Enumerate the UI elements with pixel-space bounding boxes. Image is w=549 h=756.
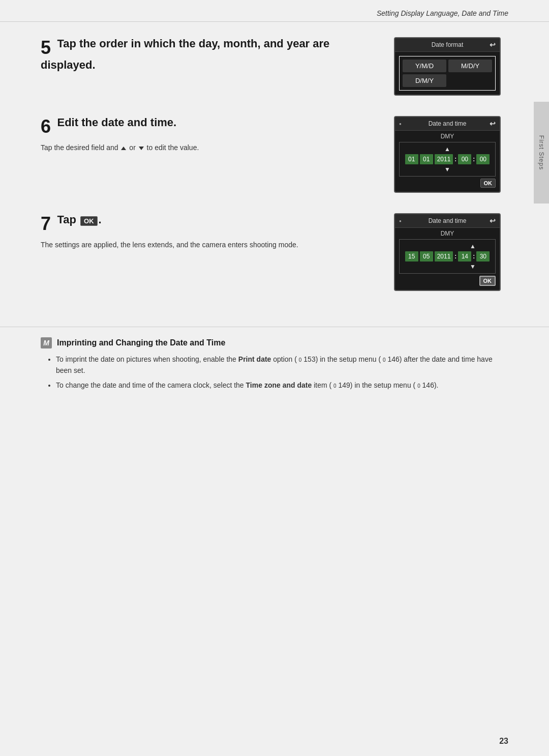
step-6-left: 6 Edit the date and time. Tap the desire…: [41, 116, 371, 153]
step-6-fields-wrap: ▲ 01 01 2011 : 00 : 00: [399, 142, 496, 177]
step-7-camera-screen: ● Date and time ↩ DMY ▲ 15 05: [394, 213, 501, 291]
step-7-hour-field[interactable]: 14: [458, 251, 471, 261]
step-6-down-row: ▼: [402, 166, 493, 173]
step-5-camera-screen: Date format ↩ Y/M/D M/D/Y D/M/Y: [394, 37, 501, 96]
step-7-minute-field[interactable]: 30: [476, 251, 490, 261]
date-format-options: Y/M/D M/D/Y D/M/Y: [399, 56, 496, 91]
step-7-title-block: 7 Tap OK.: [41, 213, 371, 235]
step-7-up-row: ▲: [402, 243, 493, 250]
step-5-screen-header: Date format ↩: [395, 38, 500, 52]
step-7-ok-row: OK: [399, 276, 496, 286]
note-section: M Imprinting and Changing the Date and T…: [0, 327, 549, 404]
step-6-description: Tap the desired field and or to edit the…: [41, 142, 371, 153]
note-bullet-2-text-before: To change the date and time of the camer…: [56, 381, 246, 389]
step-7-screen-body: DMY ▲ 15 05 2011 : 14 :: [395, 228, 500, 290]
step-7-screen-header: ● Date and time ↩: [395, 214, 500, 228]
step-7-screen-title: Date and time: [429, 217, 467, 224]
step-6-values-row: 01 01 2011 : 00 : 00: [402, 154, 493, 164]
date-format-ymd[interactable]: Y/M/D: [403, 60, 446, 72]
note-title: Imprinting and Changing the Date and Tim…: [57, 338, 225, 347]
header-title: Setting Display Language, Date and Time: [377, 9, 508, 17]
step-6-screen-title: Date and time: [429, 120, 467, 127]
step-6-month-field[interactable]: 01: [420, 154, 433, 164]
note-bullet-1-text-before: To imprint the date on pictures when sho…: [56, 355, 238, 363]
page-container: Setting Display Language, Date and Time …: [0, 0, 549, 756]
step-7-title-text: Tap OK.: [57, 213, 101, 226]
step-6-title: Edit the date and time.: [57, 116, 176, 129]
step-6-down-arrow[interactable]: ▼: [440, 166, 454, 173]
up-arrow-icon: [121, 147, 126, 150]
step-5-title: Tap the order in which the day, month, a…: [41, 37, 329, 71]
step-6-format-label: DMY: [399, 133, 496, 140]
step-5-left: 5 Tap the order in which the day, month,…: [41, 37, 371, 77]
note-header: M Imprinting and Changing the Date and T…: [41, 337, 508, 348]
step-7-day-field[interactable]: 15: [405, 251, 418, 261]
step-6-ok-button[interactable]: OK: [480, 179, 496, 188]
page-number: 23: [499, 737, 508, 746]
step-7-period: .: [99, 213, 102, 226]
step-5-screen-title: Date format: [432, 41, 464, 48]
step-6-minute-field[interactable]: 00: [476, 154, 490, 164]
note-icon-label: M: [43, 339, 49, 347]
step-6-separator: :: [454, 156, 456, 163]
step-5-screen-body: Y/M/D M/D/Y D/M/Y: [395, 52, 500, 95]
step-7-separator2: :: [473, 253, 475, 260]
note-ref-num-3: 149) in the setup menu (: [338, 381, 415, 389]
page-header: Setting Display Language, Date and Time: [0, 0, 549, 22]
note-icon: M: [41, 337, 52, 348]
step-7-row: 7 Tap OK. The settings are applied, the …: [41, 213, 508, 291]
step-7-separator: :: [454, 253, 456, 260]
step-5-back-icon[interactable]: ↩: [490, 41, 496, 49]
step-7-ok-badge: OK: [80, 216, 98, 226]
step-5-row: 5 Tap the order in which the day, month,…: [41, 37, 508, 96]
step-6-day-field[interactable]: 01: [405, 154, 418, 164]
step-5-number: 5: [41, 37, 51, 59]
step-6-title-block: 6 Edit the date and time.: [41, 116, 371, 137]
step-7-ok-button[interactable]: OK: [479, 276, 496, 286]
down-arrow-icon: [139, 147, 144, 150]
step-7-up-arrow[interactable]: ▲: [466, 243, 480, 250]
note-ref-icon-2: 0: [383, 357, 386, 363]
note-ref-icon-4: 0: [417, 383, 420, 389]
note-list: To imprint the date on pictures when sho…: [41, 354, 508, 391]
step-6-camera-screen: ● Date and time ↩ DMY ▲ 01 01: [394, 116, 501, 193]
step-6-up-row: ▲: [402, 146, 493, 153]
step-6-year-field[interactable]: 2011: [435, 154, 453, 164]
content-area: 5 Tap the order in which the day, month,…: [0, 22, 549, 327]
step-6-screen-body: DMY ▲ 01 01 2011 : 00 :: [395, 131, 500, 192]
note-ref-num-1: 153) in the setup menu (: [303, 355, 381, 363]
note-bullet-2-bold: Time zone and date: [246, 381, 312, 389]
step-7-format-label: DMY: [399, 230, 496, 237]
note-ref-icon-3: 0: [333, 383, 337, 389]
date-format-dmy[interactable]: D/M/Y: [403, 74, 446, 87]
sidebar-tab: First Steps: [534, 102, 549, 203]
step-7-month-field[interactable]: 05: [420, 251, 433, 261]
step-7-screen: ● Date and time ↩ DMY ▲ 15 05: [386, 213, 508, 291]
step-6-separator2: :: [473, 156, 475, 163]
step-7-tap-text: Tap: [57, 213, 76, 226]
step-6-screen-header: ● Date and time ↩: [395, 117, 500, 131]
note-bullet-1: To imprint the date on pictures when sho…: [56, 354, 508, 376]
step-7-dot-indicator: ●: [399, 219, 402, 223]
step-7-back-icon[interactable]: ↩: [490, 217, 496, 225]
sidebar-tab-label: First Steps: [538, 135, 545, 170]
note-bullet-1-bold: Print date: [238, 355, 271, 363]
date-format-mdy[interactable]: M/D/Y: [448, 60, 492, 72]
step-6-hour-field[interactable]: 00: [458, 154, 471, 164]
step-6-screen: ● Date and time ↩ DMY ▲ 01 01: [386, 116, 508, 193]
note-bullet-2: To change the date and time of the camer…: [56, 380, 508, 391]
step-7-number: 7: [41, 213, 51, 235]
step-7-year-field[interactable]: 2011: [435, 251, 453, 261]
note-bullet-2-text-middle: item (: [314, 381, 331, 389]
step-7-left: 7 Tap OK. The settings are applied, the …: [41, 213, 371, 250]
note-ref-icon-1: 0: [299, 357, 302, 363]
step-7-values-row: 15 05 2011 : 14 : 30: [402, 251, 493, 261]
step-7-fields-wrap: ▲ 15 05 2011 : 14 : 30: [399, 239, 496, 274]
step-7-down-arrow[interactable]: ▼: [466, 263, 480, 270]
step-7-down-row: ▼: [402, 263, 493, 270]
step-5-screen: Date format ↩ Y/M/D M/D/Y D/M/Y: [386, 37, 508, 96]
step-6-number: 6: [41, 116, 51, 137]
step-6-up-arrow[interactable]: ▲: [440, 146, 454, 153]
step-6-back-icon[interactable]: ↩: [490, 120, 496, 128]
step-5-title-block: 5 Tap the order in which the day, month,…: [41, 37, 371, 72]
